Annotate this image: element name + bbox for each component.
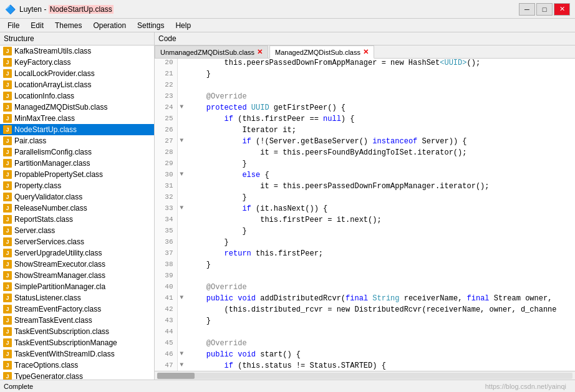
class-file-icon: J <box>2 260 12 269</box>
table-row: 38 } <box>155 261 575 272</box>
code-line: if (!(Server.getBaseServer() instanceof … <box>186 137 575 148</box>
line-number: 33 <box>155 204 177 216</box>
structure-item[interactable]: JSimplePartitionManager.cla <box>0 281 154 292</box>
menu-item-file[interactable]: File <box>2 20 24 31</box>
structure-item[interactable]: JMinMaxTree.class <box>0 113 154 124</box>
menu-item-operation[interactable]: Operation <box>88 20 131 31</box>
fold-gutter[interactable]: ▼ <box>177 171 186 182</box>
structure-item[interactable]: JReportStats.class <box>0 214 154 225</box>
structure-item[interactable]: JTypeGenerator.class <box>0 371 154 380</box>
line-number: 32 <box>155 193 177 204</box>
structure-item[interactable]: JParallelismConfig.class <box>0 146 154 158</box>
close-button[interactable]: ✕ <box>554 3 570 16</box>
structure-item[interactable]: JLocationInfo.class <box>0 90 154 102</box>
fold-gutter[interactable]: ▼ <box>177 103 186 115</box>
title-controls: ─ □ ✕ <box>519 3 570 16</box>
class-file-icon: J <box>2 372 12 380</box>
structure-item[interactable]: JKafkaStreamUtils.class <box>0 45 154 57</box>
table-row: 24▼ protected UUID getFirstPeer() { <box>155 103 575 115</box>
fold-gutter <box>177 317 186 328</box>
structure-item[interactable]: JManagedZMQDistSub.class <box>0 102 154 113</box>
fold-gutter[interactable]: ▼ <box>177 361 186 371</box>
fold-gutter <box>177 283 186 294</box>
code-line: } <box>186 193 575 204</box>
class-file-icon: J <box>2 305 12 313</box>
tab-close-button[interactable]: ✕ <box>363 48 369 56</box>
menu-bar: FileEditThemesOperationSettingsHelp <box>0 19 575 32</box>
line-number: 27 <box>155 137 177 148</box>
fold-gutter[interactable]: ▼ <box>177 350 186 361</box>
structure-item[interactable]: JTaskEventSubscription.class <box>0 326 154 337</box>
fold-gutter <box>177 193 186 204</box>
table-row: 37 return this.firstPeer; <box>155 249 575 261</box>
status-bar: Complete https://blog.csdn.net/yainqi <box>0 380 575 392</box>
table-row: 36 } <box>155 238 575 249</box>
structure-item[interactable]: JServerServices.class <box>0 236 154 247</box>
code-line: (this.distributed_rcvr = new Distributed… <box>186 305 575 317</box>
code-panel: UnmanagedZMQDistSub.class✕ManagedZMQDist… <box>155 45 575 380</box>
structure-item[interactable]: JShowStreamManager.class <box>0 270 154 281</box>
table-row: 29 } <box>155 160 575 171</box>
table-row: 21 } <box>155 70 575 81</box>
structure-item[interactable]: JLocalLockProvider.class <box>0 68 154 79</box>
structure-item[interactable]: JProperty.class <box>0 180 154 191</box>
class-file-icon: J <box>2 226 12 235</box>
structure-item[interactable]: JQueryValidator.class <box>0 191 154 203</box>
menu-item-help[interactable]: Help <box>170 20 196 31</box>
structure-item[interactable]: JPropablePropertySet.class <box>0 169 154 180</box>
fold-gutter[interactable]: ▼ <box>177 137 186 148</box>
structure-item[interactable]: JStreamTaskEvent.class <box>0 315 154 326</box>
structure-item[interactable]: JLocationArrayList.class <box>0 79 154 90</box>
fold-gutter[interactable]: ▼ <box>177 294 186 305</box>
table-row: 27▼ if (!(Server.getBaseServer() instanc… <box>155 137 575 148</box>
line-number: 42 <box>155 305 177 317</box>
structure-item[interactable]: JServer.class <box>0 225 154 236</box>
structure-header: Structure <box>0 32 155 45</box>
minimize-button[interactable]: ─ <box>519 3 535 16</box>
class-file-icon: J <box>2 193 12 201</box>
code-tab[interactable]: UnmanagedZMQDistSub.class✕ <box>155 45 268 58</box>
structure-item[interactable]: JKeyFactory.class <box>0 57 154 68</box>
fold-gutter[interactable]: ▼ <box>177 204 186 216</box>
structure-item[interactable]: JReleaseNumber.class <box>0 203 154 214</box>
table-row: 44 <box>155 328 575 339</box>
line-number: 31 <box>155 182 177 193</box>
horizontal-scrollbar[interactable] <box>155 371 575 380</box>
class-file-icon: J <box>2 271 12 280</box>
code-line: public void addDistributedRcvr(final Str… <box>186 294 575 305</box>
structure-item[interactable]: JPartitionManager.class <box>0 158 154 169</box>
structure-item[interactable]: JStreamEventFactory.class <box>0 304 154 315</box>
code-line <box>186 272 575 283</box>
line-number: 40 <box>155 283 177 294</box>
table-row: 39 <box>155 272 575 283</box>
maximize-button[interactable]: □ <box>536 3 553 16</box>
tabs-bar: UnmanagedZMQDistSub.class✕ManagedZMQDist… <box>155 45 575 59</box>
menu-item-edit[interactable]: Edit <box>26 20 49 31</box>
menu-item-themes[interactable]: Themes <box>50 20 87 31</box>
code-line: } <box>186 160 575 171</box>
structure-item[interactable]: JNodeStartUp.class <box>0 124 154 135</box>
structure-item[interactable]: JPair.class <box>0 135 154 146</box>
structure-item[interactable]: JServerUpgradeUtility.class <box>0 247 154 259</box>
structure-list[interactable]: JKafkaStreamUtils.classJKeyFactory.class… <box>0 45 154 380</box>
structure-item[interactable]: JTraceOptions.class <box>0 360 154 371</box>
line-number: 20 <box>155 59 177 70</box>
structure-item[interactable]: JTaskEventWithStreamID.class <box>0 348 154 360</box>
code-line <box>186 328 575 339</box>
structure-item[interactable]: JStatusListener.class <box>0 292 154 304</box>
table-row: 26 Iterator it; <box>155 126 575 137</box>
code-content[interactable]: 20 this.peersPassedDownFromAppManager = … <box>155 59 575 371</box>
scroll-thumb[interactable] <box>157 373 195 379</box>
code-tab[interactable]: ManagedZMQDistSub.class✕ <box>269 45 374 59</box>
fold-gutter <box>177 216 186 227</box>
code-line: if (this.status != Status.STARTED) { <box>186 361 575 371</box>
tab-close-button[interactable]: ✕ <box>257 48 263 56</box>
menu-item-settings[interactable]: Settings <box>132 20 169 31</box>
line-number: 46 <box>155 350 177 361</box>
fold-gutter <box>177 115 186 126</box>
structure-item[interactable]: JShowStreamExecutor.class <box>0 259 154 270</box>
structure-item[interactable]: JTaskEventSubscriptionManage <box>0 337 154 348</box>
code-line: public void start() { <box>186 350 575 361</box>
title-bar-left: 🔷 Luyten - NodeStartUp.class <box>5 4 114 14</box>
class-file-icon: J <box>2 204 12 213</box>
